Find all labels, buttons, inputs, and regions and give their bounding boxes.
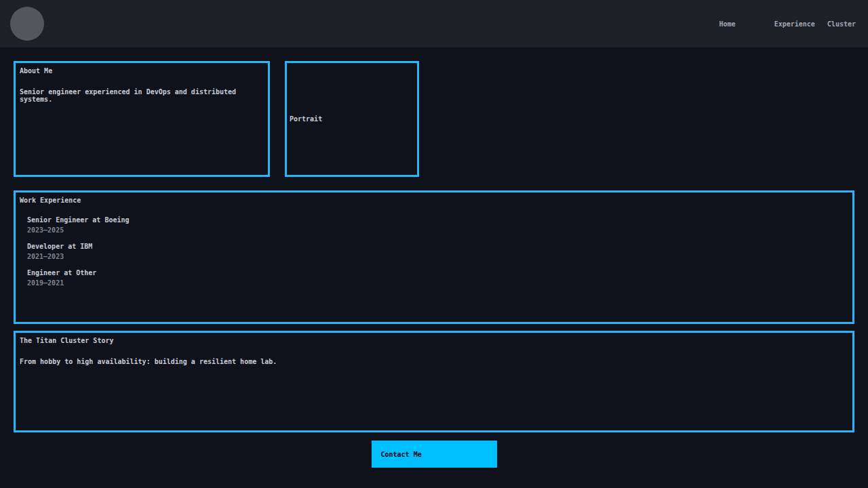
nav-link-home[interactable]: Home (719, 20, 736, 28)
main-content: About Me Senior engineer experienced in … (0, 47, 868, 468)
about-title: About Me (20, 67, 264, 75)
about-panel: About Me Senior engineer experienced in … (14, 61, 270, 177)
job-role: Senior Engineer at Boeing (27, 216, 848, 224)
job-entry: Senior Engineer at Boeing 2023–2025 (27, 216, 848, 234)
work-experience-title: Work Experience (20, 197, 848, 204)
job-entry: Developer at IBM 2021–2023 (27, 243, 848, 260)
job-entry: Engineer at Other 2019–2021 (27, 269, 848, 287)
navbar: Home Experience Cluster (0, 0, 868, 47)
nav-link-experience[interactable]: Experience (774, 20, 815, 28)
about-body: Senior engineer experienced in DevOps an… (20, 88, 264, 103)
cluster-story-panel: The Titan Cluster Story From hobby to hi… (14, 331, 854, 432)
job-role: Developer at IBM (27, 243, 848, 250)
cluster-story-body: From hobby to high availability: buildin… (20, 358, 848, 365)
job-period: 2021–2023 (27, 253, 848, 260)
portrait-panel: Portrait (285, 61, 419, 177)
top-row: About Me Senior engineer experienced in … (14, 61, 854, 177)
job-list: Senior Engineer at Boeing 2023–2025 Deve… (27, 216, 848, 287)
avatar (10, 7, 44, 41)
job-role: Engineer at Other (27, 269, 848, 277)
contact-row: Contact Me (14, 441, 854, 468)
job-period: 2023–2025 (27, 226, 848, 234)
nav-link-cluster[interactable]: Cluster (827, 20, 856, 28)
cluster-story-title: The Titan Cluster Story (20, 337, 848, 344)
nav-links: Home Experience Cluster (719, 20, 856, 28)
job-period: 2019–2021 (27, 279, 848, 287)
work-experience-panel: Work Experience Senior Engineer at Boein… (14, 190, 854, 324)
contact-me-button[interactable]: Contact Me (372, 441, 497, 468)
portrait-placeholder-label: Portrait (290, 115, 322, 123)
